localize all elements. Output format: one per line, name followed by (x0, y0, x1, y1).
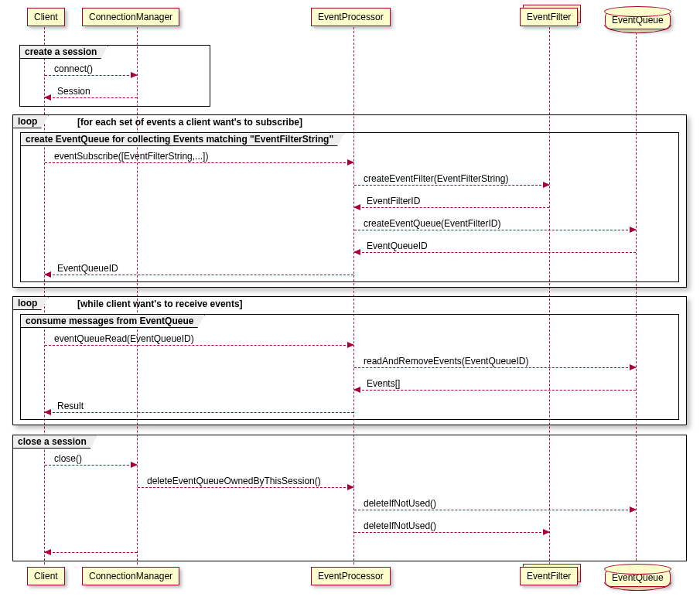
participant-client-top: Client (27, 8, 65, 26)
group-close-session (12, 435, 687, 561)
msg-event-subscribe (45, 162, 353, 163)
msg-label-create-event-queue: createEventQueue(EventFilterID) (364, 218, 500, 229)
msg-delete-queue-by-session (138, 487, 353, 488)
msg-label-create-event-filter: createEventFilter(EventFilterString) (364, 173, 508, 184)
msg-label-session: Session (57, 86, 90, 97)
msg-event-filter-id (354, 207, 549, 208)
msg-session (45, 97, 137, 98)
group-label-consume-messages: consume messages from EventQueue (20, 314, 205, 328)
msg-label-event-queue-id-return: EventQueueID (367, 241, 428, 251)
msg-delete-if-not-used-filter (354, 532, 549, 533)
msg-event-queue-id-return (354, 252, 636, 253)
participant-event-processor-bottom: EventProcessor (311, 567, 391, 585)
msg-label-read-and-remove: readAndRemoveEvents(EventQueueID) (364, 356, 528, 367)
group-label-create-session: create a session (19, 45, 108, 59)
msg-close-return (45, 552, 137, 553)
participant-event-queue-bottom: EventQueue (605, 568, 671, 587)
msg-label-delete-if-not-used-filter: deleteIfNotUsed() (364, 520, 436, 531)
msg-read-and-remove (354, 367, 636, 368)
msg-delete-if-not-used-queue (354, 510, 636, 510)
group-label-close-session: close a session (12, 435, 98, 449)
msg-label-close: close() (54, 453, 82, 464)
msg-label-event-queue-read: eventQueueRead(EventQueueID) (54, 333, 194, 344)
msg-connect (45, 75, 137, 76)
msg-label-events-return: Events[] (367, 378, 400, 389)
msg-label-event-filter-id: EventFilterID (367, 196, 420, 206)
msg-create-event-filter (354, 185, 549, 186)
participant-client-bottom: Client (27, 567, 65, 585)
participant-event-processor-top: EventProcessor (311, 8, 391, 26)
group-label-create-eventqueue: create EventQueue for collecting Events … (20, 132, 345, 146)
msg-event-queue-read (45, 345, 353, 346)
participant-event-filter-top: EventFilter (520, 8, 578, 26)
msg-label-delete-if-not-used-queue: deleteIfNotUsed() (364, 498, 436, 509)
msg-label-result: Result (57, 401, 84, 411)
msg-create-event-queue (354, 230, 636, 230)
msg-event-queue-id-to-client (45, 275, 353, 275)
participant-event-queue-top: EventQueue (605, 11, 671, 29)
msg-label-event-subscribe: eventSubscribe([EventFilterString,...]) (54, 151, 208, 162)
msg-label-delete-queue-by-session: deleteEventQueueOwnedByThisSession() (147, 476, 321, 486)
sequence-diagram: Client ConnectionManager EventProcessor … (0, 0, 700, 597)
participant-connection-manager-bottom: ConnectionManager (82, 567, 179, 585)
msg-label-connect: connect() (54, 63, 93, 74)
msg-result (45, 412, 353, 413)
group-cond-loop1: [for each set of events a client want's … (77, 117, 302, 128)
participant-connection-manager-top: ConnectionManager (82, 8, 179, 26)
group-cond-loop2: [while client want's to receive events] (77, 298, 243, 309)
msg-label-event-queue-id-to-client: EventQueueID (57, 263, 118, 274)
msg-close (45, 465, 137, 466)
msg-events-return (354, 390, 636, 391)
participant-event-filter-bottom: EventFilter (520, 567, 578, 585)
